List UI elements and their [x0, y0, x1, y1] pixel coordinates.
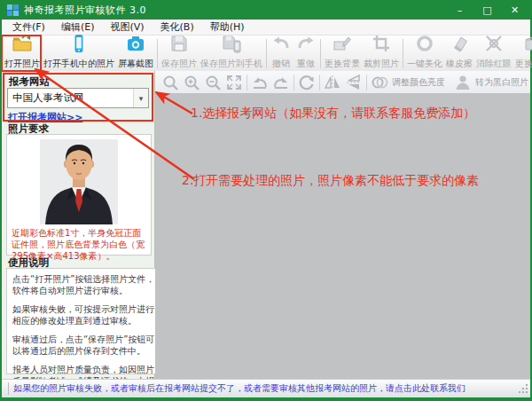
flip-vertical-icon: [345, 74, 363, 91]
adjust-color-brightness-label[interactable]: 调整颜色亮度: [392, 76, 445, 89]
zoom-in-button[interactable]: [181, 73, 202, 92]
chevron-down-icon: ▾: [133, 89, 148, 107]
remove-redeye-icon: [483, 33, 505, 58]
save-photo-to-phone-icon: [221, 33, 242, 58]
toolbar-button-label: 更换背景: [325, 58, 360, 70]
beautify-button[interactable]: 一键美化: [405, 36, 444, 70]
convert-bw-button[interactable]: [452, 73, 473, 92]
redo-icon: [295, 33, 317, 58]
toolbar-button-label: 撤销: [272, 58, 290, 70]
toolbar-button-label: 保存照片到手机: [200, 58, 262, 70]
person-icon: [454, 74, 472, 91]
app-icon: [7, 4, 19, 16]
toolbar-button-label: 一键美化: [407, 58, 442, 70]
flip-horizontal-icon: [324, 74, 341, 91]
status-message[interactable]: 如果您的照片审核失败，或者审核后在报考网站提交不了，或者需要审核其他报考网站的照…: [13, 382, 466, 395]
annotation-select-site: 1.选择报考网站（如果没有，请联系客服免费添加）: [191, 106, 475, 122]
change-clothes-button[interactable]: 更换服装: [513, 36, 532, 70]
save-photo-to-phone-button[interactable]: 保存照片到手机: [199, 36, 264, 70]
change-clothes-icon: [522, 33, 532, 58]
toolbar-button-label: 橡皮擦: [446, 58, 473, 70]
color-circles-icon: [371, 74, 388, 91]
usage-box: 点击“打开照片”按钮选择照片文件，软件将自动对照片进行审核。 如果审核失败，可按…: [6, 268, 161, 374]
toolbar-button-label: 打开手机中的照片: [43, 58, 114, 70]
usage-paragraph: 如果审核失败，可按提示对照片进行相应的修改处理直到通过审核。: [12, 303, 156, 326]
toolbar-button-label: 消除红眼: [476, 58, 512, 70]
minimize-button[interactable]: –: [446, 0, 473, 20]
toolbar-button-label: 打开照片: [4, 58, 40, 70]
fit-screen-icon: [225, 74, 243, 91]
site-select-value: 中国人事考试网: [8, 91, 133, 105]
eraser-icon: [449, 33, 470, 58]
rotate-right-icon: [272, 74, 290, 91]
undo-button[interactable]: 撤销: [269, 36, 293, 70]
fit-screen-button[interactable]: [223, 73, 245, 92]
adjust-color-brightness-button[interactable]: [369, 73, 390, 92]
usage-paragraph: 点击“打开照片”按钮选择照片文件，软件将自动对照片进行审核。: [12, 273, 156, 296]
zoom-button[interactable]: [160, 73, 181, 92]
save-photo-button[interactable]: 保存照片: [160, 36, 199, 70]
sample-photo: [7, 135, 151, 224]
toolbar-separator: [319, 75, 320, 90]
crop-photo-icon: [371, 33, 392, 58]
toolbar-separator: [403, 39, 403, 68]
screenshot-button[interactable]: 屏幕截图: [116, 36, 155, 70]
zoom-out-button[interactable]: [202, 73, 223, 92]
canvas-area: 1.选择报考网站（如果没有，请联系客服免费添加） 2.打开需要处理的照片，照片像…: [155, 93, 530, 380]
zoom-in-icon: [183, 74, 200, 91]
main-toolbar: 打开照片 打开手机中的照片 屏幕截图: [2, 35, 530, 72]
statusbar-separator: [8, 382, 9, 395]
close-button[interactable]: ✕: [501, 0, 528, 20]
rotate-right-button[interactable]: [270, 73, 292, 92]
zoom-icon: [161, 74, 179, 91]
beautify-icon: [414, 33, 435, 58]
view-toolbar: 调整颜色亮度 转为黑白照片: [155, 71, 530, 94]
rotate-button[interactable]: [296, 73, 317, 92]
flip-vertical-button[interactable]: [343, 73, 364, 92]
open-phone-photo-button[interactable]: 打开手机中的照片: [42, 36, 116, 70]
crop-photo-button[interactable]: 裁剪照片: [362, 36, 401, 70]
photo-requirements-box: 近期彩色标准1寸，半身免冠正面证件照，照片底色背景为白色（宽295像素×高413…: [6, 134, 152, 256]
rotate-left-button[interactable]: [249, 73, 270, 92]
screenshot-icon: [125, 33, 146, 58]
zoom-out-icon: [204, 74, 222, 91]
undo-icon: [270, 33, 292, 58]
window-title: 神奇报考照片审核软件 3.0: [24, 4, 146, 17]
flip-horizontal-button[interactable]: [322, 73, 343, 92]
annotation-open-photo: 2.打开需要处理的照片，照片像素不能低于要求的像素: [182, 173, 479, 189]
site-section-label: 报考网站: [9, 75, 50, 89]
eraser-button[interactable]: 橡皮擦: [444, 36, 474, 70]
toolbar-separator: [366, 75, 367, 90]
toolbar-separator: [246, 75, 247, 90]
toolbar-button-label: 更换服装: [515, 58, 532, 70]
remove-redeye-button[interactable]: 消除红眼: [474, 36, 513, 70]
toolbar-button-label: 裁剪照片: [364, 58, 399, 70]
change-background-icon: [332, 33, 353, 58]
open-phone-photo-icon: [68, 33, 90, 58]
open-photo-button[interactable]: 打开照片: [3, 36, 42, 70]
convert-bw-label[interactable]: 转为黑白照片: [475, 76, 528, 89]
toolbar-button-label: 保存照片: [161, 58, 197, 70]
open-photo-icon: [12, 33, 33, 58]
title-bar: 神奇报考照片审核软件 3.0 – □ ✕: [0, 0, 532, 20]
status-bar: 如果您的照片审核失败，或者审核后在报考网站提交不了，或者需要审核其他报考网站的照…: [2, 379, 530, 397]
toolbar-button-label: 重做: [297, 58, 315, 70]
toolbar-button-label: 屏幕截图: [118, 58, 153, 70]
toolbar-separator: [266, 39, 267, 68]
toolbar-separator: [157, 39, 158, 68]
maximize-button[interactable]: □: [473, 0, 501, 20]
usage-paragraph: 审核通过后，点击“保存照片”按钮可以将通过后的照片保存到文件中。: [12, 334, 156, 357]
resize-grip-icon[interactable]: [518, 381, 528, 397]
sidebar: 报考网站 中国人事考试网 ▾ 打开报考网站>> 照片要求: [2, 71, 155, 380]
rotate-left-icon: [251, 74, 269, 91]
site-select[interactable]: 中国人事考试网 ▾: [7, 88, 149, 108]
change-background-button[interactable]: 更换背景: [323, 36, 362, 70]
rotate-icon: [298, 74, 316, 91]
toolbar-separator: [320, 39, 321, 68]
redo-button[interactable]: 重做: [293, 36, 318, 70]
toolbar-separator: [293, 75, 294, 90]
save-photo-icon: [168, 33, 190, 58]
